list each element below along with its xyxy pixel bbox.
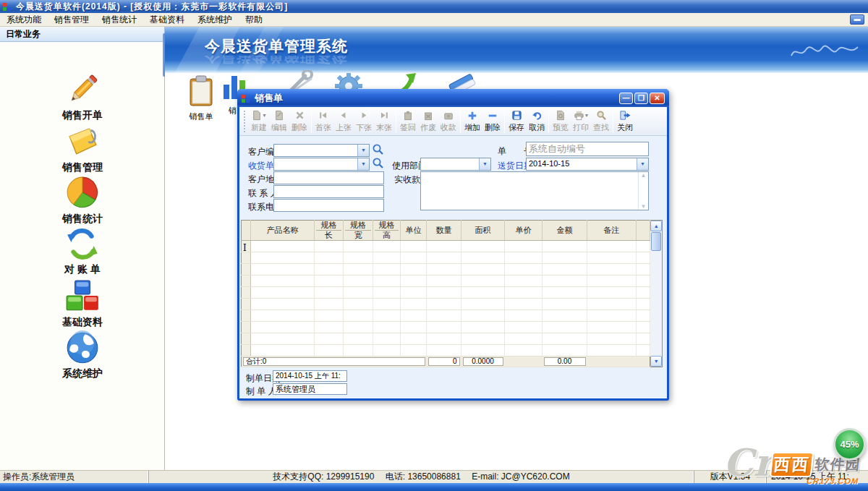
next-record-button[interactable]: 下张 bbox=[354, 108, 374, 135]
print-button[interactable]: ▾ 打印 bbox=[571, 108, 591, 135]
preview-button[interactable]: 预览 bbox=[550, 108, 571, 135]
menu-sales-manage[interactable]: 销售管理 bbox=[48, 13, 95, 26]
preview-icon bbox=[556, 110, 566, 121]
sidebar-item-sales-entry[interactable]: 销售开单 bbox=[0, 72, 165, 122]
maker-field[interactable]: 系统管理员 bbox=[273, 383, 347, 395]
toolbar-grip[interactable] bbox=[244, 111, 247, 132]
button-label: 收款 bbox=[441, 122, 456, 133]
textarea-scrollbar[interactable]: ▲▼ bbox=[638, 172, 648, 210]
sidebar-item-sales-stats[interactable]: 销售统计 bbox=[0, 175, 165, 226]
close-form-button[interactable]: 关闭 bbox=[615, 108, 635, 135]
sign-back-button[interactable]: 签回 bbox=[398, 108, 418, 135]
scrollbar-track[interactable] bbox=[650, 252, 662, 356]
chevron-down-icon[interactable]: ▼ bbox=[637, 158, 648, 170]
banner-title: 今晨送货单管理系统 bbox=[205, 36, 348, 56]
col-unit[interactable]: 单位 bbox=[401, 221, 427, 241]
dialog-maximize-button[interactable]: ❐ bbox=[634, 93, 648, 104]
received-textarea[interactable]: ▲▼ bbox=[420, 171, 649, 210]
grid-row[interactable] bbox=[242, 252, 650, 264]
order-footer-form: 制单日期 2014-10-15 上午 11: 制 单 人 系统管理员 bbox=[239, 367, 667, 398]
edit-button[interactable]: 编辑 bbox=[269, 108, 289, 135]
dialog-minimize-button[interactable]: — bbox=[619, 93, 633, 104]
grid-row[interactable] bbox=[242, 241, 650, 252]
remove-row-button[interactable]: 删除 bbox=[482, 108, 503, 135]
grid-row[interactable] bbox=[242, 322, 650, 333]
col-quantity[interactable]: 数量 bbox=[427, 221, 461, 241]
delivery-date-value: 2014-10-15 bbox=[527, 158, 637, 170]
remove-row-icon bbox=[488, 111, 498, 121]
sidebar-item-maintenance[interactable]: 系统维护 bbox=[0, 330, 165, 380]
col-note[interactable]: 备注 bbox=[587, 221, 637, 241]
grid-scrollbar[interactable]: ▲ ▼ bbox=[650, 220, 663, 367]
sidebar-item-statement[interactable]: 对 账 单 bbox=[0, 227, 165, 276]
menu-sales-stats[interactable]: 销售统计 bbox=[95, 13, 143, 26]
grid-row[interactable] bbox=[242, 299, 650, 310]
delete-button[interactable]: 删除 bbox=[289, 108, 310, 135]
menu-help[interactable]: 帮助 bbox=[239, 13, 269, 26]
cancel-button[interactable]: 取消 bbox=[527, 108, 547, 135]
grid-row[interactable] bbox=[242, 287, 650, 299]
button-label: 上张 bbox=[336, 122, 352, 133]
sidebar-item-sales-manage[interactable]: 销售管理 bbox=[0, 124, 165, 174]
prev-record-button[interactable]: 上张 bbox=[333, 108, 354, 135]
dept-combo[interactable]: ▼ bbox=[420, 158, 491, 171]
grid-row[interactable] bbox=[242, 333, 650, 345]
button-label: 首张 bbox=[315, 122, 331, 133]
void-button[interactable]: 作废 bbox=[418, 108, 438, 135]
chevron-down-icon[interactable]: ▼ bbox=[357, 145, 369, 156]
menu-system[interactable]: 系统功能 bbox=[0, 13, 48, 26]
chevron-down-icon[interactable]: ▼ bbox=[357, 158, 369, 170]
chevron-down-icon[interactable]: ▼ bbox=[479, 158, 490, 170]
address-field[interactable] bbox=[273, 171, 384, 184]
grid-row[interactable] bbox=[242, 345, 650, 356]
col-unit-price[interactable]: 单价 bbox=[505, 221, 542, 241]
last-record-button[interactable]: 末张 bbox=[374, 108, 394, 135]
receive-payment-button[interactable]: 收款 bbox=[438, 108, 459, 135]
dialog-toolbar: ▾ 新建 编辑 删除 首张 上张 bbox=[239, 107, 667, 136]
customer-no-combo[interactable]: ▼ bbox=[273, 144, 370, 157]
order-no-field[interactable]: 系统自动编号 bbox=[526, 142, 649, 156]
new-button[interactable]: ▾ 新建 bbox=[249, 108, 269, 135]
note-tag-icon bbox=[64, 124, 101, 160]
toolbar-separator bbox=[311, 110, 312, 133]
last-record-icon bbox=[379, 111, 389, 120]
contact-field[interactable] bbox=[273, 185, 384, 198]
button-label: 关闭 bbox=[617, 122, 633, 133]
button-label: 增加 bbox=[464, 122, 480, 133]
sidebar-item-base-data[interactable]: 基础资料 bbox=[0, 278, 165, 329]
customer-search-icon[interactable] bbox=[372, 143, 384, 155]
col-spec-height[interactable]: 规格高 bbox=[373, 221, 401, 241]
scroll-down-icon[interactable]: ▼ bbox=[650, 356, 662, 367]
scrollbar-thumb[interactable] bbox=[651, 232, 661, 251]
save-button[interactable]: 保存 bbox=[506, 108, 527, 135]
sales-order-shortcut[interactable]: 销售单 bbox=[179, 74, 223, 122]
find-button[interactable]: 查找 bbox=[591, 108, 611, 135]
scroll-up-icon[interactable]: ▲ bbox=[650, 221, 662, 231]
window-titlebar: 今晨送货单软件(2014版) - [授权使用：东莞市一彩软件有限公司] bbox=[0, 0, 868, 13]
col-product-name[interactable]: 产品名称 bbox=[251, 221, 315, 241]
delivery-date-picker[interactable]: 2014-10-15▼ bbox=[526, 158, 649, 171]
made-date-field[interactable]: 2014-10-15 上午 11: bbox=[273, 370, 347, 382]
add-row-button[interactable]: 增加 bbox=[462, 108, 482, 135]
menu-base-data[interactable]: 基础资料 bbox=[143, 13, 191, 26]
first-record-button[interactable]: 首张 bbox=[313, 108, 333, 135]
phone-field[interactable] bbox=[273, 199, 384, 212]
col-amount[interactable]: 金额 bbox=[542, 221, 587, 241]
col-spec-length[interactable]: 规格长 bbox=[315, 221, 344, 241]
grid-row[interactable] bbox=[242, 310, 650, 322]
scroll-up-icon[interactable]: ▲ bbox=[639, 172, 648, 179]
dialog-close-button[interactable]: ✕ bbox=[650, 93, 665, 104]
receiver-combo[interactable]: ▼ bbox=[273, 158, 370, 171]
combo-value bbox=[421, 158, 479, 170]
menu-maintenance[interactable]: 系统维护 bbox=[191, 13, 239, 26]
receiver-search-icon[interactable] bbox=[372, 157, 384, 169]
button-label: 删除 bbox=[485, 122, 501, 133]
col-spec-width[interactable]: 规格宽 bbox=[344, 221, 373, 241]
scroll-down-icon[interactable]: ▼ bbox=[639, 203, 648, 210]
dialog-titlebar[interactable]: 销售单 — ❐ ✕ bbox=[237, 89, 669, 107]
col-area[interactable]: 面积 bbox=[461, 221, 505, 241]
grid-row[interactable] bbox=[242, 276, 650, 287]
grid-row[interactable] bbox=[242, 264, 650, 276]
toolbar-separator bbox=[613, 110, 613, 133]
mdi-minimize-button[interactable]: ▬ bbox=[850, 14, 864, 25]
